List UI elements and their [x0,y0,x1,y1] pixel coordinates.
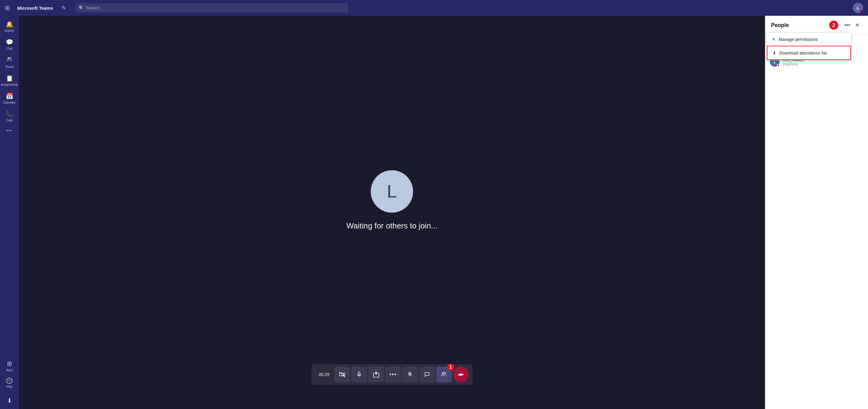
mic-button[interactable] [351,367,367,382]
download-icon: ⬇ [7,397,12,404]
step-2-badge: 2 [829,21,838,30]
sidebar-item-help[interactable]: ? Help [1,375,18,391]
raise-hand-button[interactable] [402,367,418,382]
call-avatar: L [371,170,413,213]
more-icon: ••• [6,128,13,133]
grid-icon[interactable]: ⊞ [5,4,10,11]
people-button[interactable]: 1 [436,367,452,382]
chat-icon: 💬 [6,38,13,46]
apps-icon: ⊞ [7,360,12,367]
app-title: Microsoft Teams [17,5,53,10]
participant-role: Organizer [783,62,863,66]
call-timer: 00:29 [315,370,333,379]
sidebar-item-calendar[interactable]: 📅 Calendar [1,90,18,107]
share-button[interactable] [368,367,384,382]
chat-button[interactable] [419,367,435,382]
sidebar-item-download[interactable]: ⬇ [1,395,18,407]
teams-icon [6,56,12,64]
sidebar-item-label: Chat [6,47,12,50]
sidebar-item-label: Assignments [1,83,18,86]
calendar-icon: 📅 [6,92,13,100]
topbar: ⊞ Microsoft Teams ✎ 🔍 L [0,0,868,16]
sidebar-item-activity[interactable]: 🔔 Activity [1,18,18,35]
download-attendance-icon: ⬇ [772,50,776,56]
participant-status-dot [777,64,780,67]
content-area: L Waiting for others to join... 00:29 [19,16,868,409]
sidebar-item-apps[interactable]: ⊞ Apps [1,357,18,374]
panel-close-button[interactable]: ✕ [852,21,862,30]
avatar[interactable]: L [853,3,863,13]
dropdown-item-label: Manage permissions [779,37,818,42]
step-1-badge: 1 [447,363,454,371]
manage-permissions-icon: ✕ [772,36,776,42]
main-layout: 🔔 Activity 💬 Chat Teams 📋 Assignments � [0,16,868,409]
sidebar-item-chat[interactable]: 💬 Chat [1,36,18,53]
right-panel: People 2 ••• ✕ ✕ Manage permissions ⬇ Do… [765,16,868,409]
svg-point-0 [7,57,9,59]
sidebar-item-label: Calls [6,119,13,122]
search-input[interactable] [76,3,348,12]
svg-point-7 [442,372,444,374]
panel-title: People [771,22,829,28]
help-icon: ? [6,378,12,384]
edit-icon[interactable]: ✎ [61,4,66,11]
sidebar-item-label: Calendar [3,101,16,104]
search-container: 🔍 [76,3,348,12]
waiting-text: Waiting for others to join... [346,221,437,231]
sidebar-item-more[interactable]: ••• [1,126,18,136]
panel-header: People 2 ••• ✕ [765,16,868,35]
more-button[interactable]: ••• [385,367,401,382]
panel-more-button[interactable]: ••• [842,21,852,30]
svg-point-1 [10,57,11,59]
sidebar-item-calls[interactable]: 📞 Calls [1,108,18,124]
sidebar-item-label: Teams [5,65,13,68]
call-controls: 00:29 [311,364,472,385]
svg-line-2 [340,372,345,377]
search-icon: 🔍 [79,5,84,10]
svg-point-8 [444,372,445,374]
dropdown-item-label: Download attendance list [779,51,827,55]
sidebar-item-assignments[interactable]: 📋 Assignments [1,72,18,89]
calls-icon: 📞 [6,110,13,118]
end-call-button[interactable] [453,367,469,382]
assignments-icon: 📋 [6,75,13,82]
sidebar: 🔔 Activity 💬 Chat Teams 📋 Assignments � [0,16,19,409]
dropdown-item-manage-permissions[interactable]: ✕ Manage permissions [767,33,851,46]
avatar-badge [860,10,863,13]
svg-rect-4 [359,372,360,375]
call-area: L Waiting for others to join... 00:29 [19,16,765,409]
sidebar-item-label: Help [6,385,13,388]
video-button[interactable] [334,367,350,382]
sidebar-item-teams[interactable]: Teams [1,54,18,71]
sidebar-item-label: Apps [6,369,13,372]
activity-icon: 🔔 [6,21,13,28]
dropdown-item-download-attendance[interactable]: ⬇ Download attendance list [767,46,851,60]
dropdown-menu: ✕ Manage permissions ⬇ Download attendan… [767,32,851,60]
sidebar-item-label: Activity [4,29,14,32]
